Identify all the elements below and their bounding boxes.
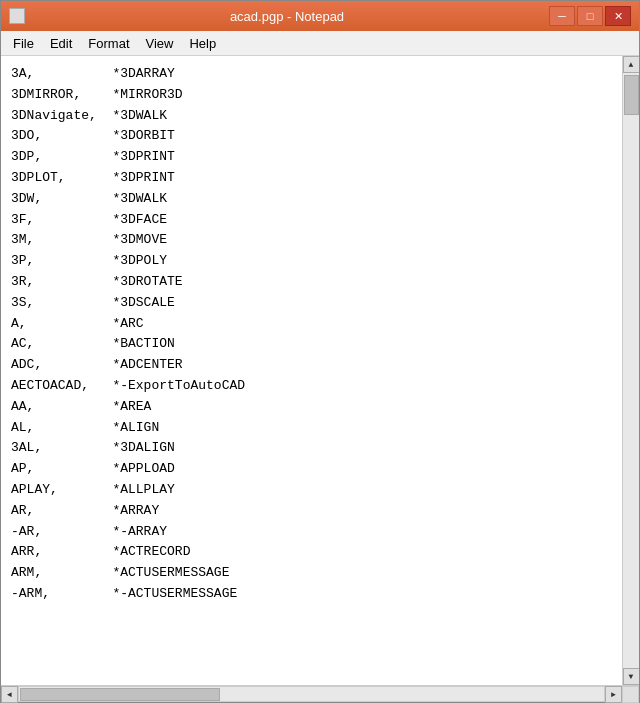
scroll-track-v [623, 73, 640, 668]
window-controls: ─ □ ✕ [549, 6, 631, 26]
menu-help[interactable]: Help [181, 34, 224, 53]
scroll-right-button[interactable]: ► [605, 686, 622, 703]
text-editor[interactable]: 3A, *3DARRAY 3DMIRROR, *MIRROR3D 3DNavig… [1, 56, 622, 685]
scroll-thumb-v[interactable] [624, 75, 639, 115]
menu-format[interactable]: Format [80, 34, 137, 53]
minimize-button[interactable]: ─ [549, 6, 575, 26]
content-area: 3A, *3DARRAY 3DMIRROR, *MIRROR3D 3DNavig… [1, 56, 639, 685]
close-button[interactable]: ✕ [605, 6, 631, 26]
scroll-up-button[interactable]: ▲ [623, 56, 640, 73]
menu-view[interactable]: View [138, 34, 182, 53]
bottom-bar: ◄ ► [1, 685, 639, 702]
vertical-scrollbar[interactable]: ▲ ▼ [622, 56, 639, 685]
app-icon [9, 8, 25, 24]
menu-edit[interactable]: Edit [42, 34, 80, 53]
scrollbar-corner [622, 686, 639, 703]
scroll-thumb-h[interactable] [20, 688, 220, 701]
menu-bar: File Edit Format View Help [1, 31, 639, 56]
window-title: acad.pgp - Notepad [25, 9, 549, 24]
title-bar: acad.pgp - Notepad ─ □ ✕ [1, 1, 639, 31]
scroll-left-button[interactable]: ◄ [1, 686, 18, 703]
menu-file[interactable]: File [5, 34, 42, 53]
scroll-down-button[interactable]: ▼ [623, 668, 640, 685]
scroll-track-h [18, 686, 605, 702]
maximize-button[interactable]: □ [577, 6, 603, 26]
notepad-window: acad.pgp - Notepad ─ □ ✕ File Edit Forma… [0, 0, 640, 703]
